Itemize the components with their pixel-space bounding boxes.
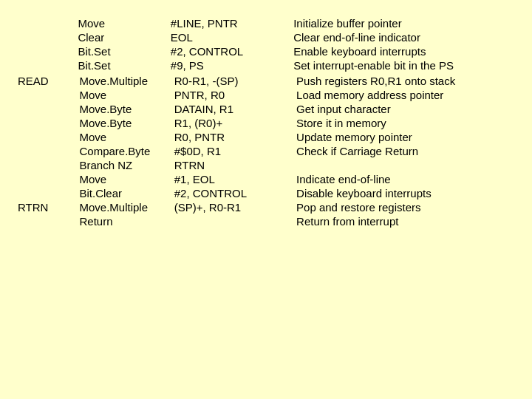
- row-instruction: Compare.Byte: [75, 144, 169, 158]
- row-label: [18, 186, 75, 200]
- table-row: Move.Byte R1, (R0)+ Store it in memory: [18, 116, 514, 130]
- row-comment: Set interrupt-enable bit in the PS: [289, 58, 514, 72]
- row-label: READ: [18, 74, 75, 88]
- row-operand: #9, PS: [166, 58, 289, 72]
- row-instruction: Move: [75, 130, 169, 144]
- row-instruction: Move.Multiple: [75, 200, 169, 214]
- table-row: Move PNTR, R0 Load memory address pointe…: [18, 88, 514, 102]
- row-operand: EOL: [166, 30, 289, 44]
- table-row: Compare.Byte #$0D, R1 Check if Carriage …: [18, 144, 514, 158]
- row-instruction: Move: [75, 172, 169, 186]
- row-comment: Update memory pointer: [292, 130, 514, 144]
- table-row: Branch NZ RTRN: [18, 158, 514, 172]
- table-row: Clear EOL Clear end-of-line indicator: [18, 30, 514, 44]
- table-row: Return Return from interrupt: [18, 214, 514, 228]
- row-operand: DATAIN, R1: [170, 102, 292, 116]
- table-row: Move.Byte DATAIN, R1 Get input character: [18, 102, 514, 116]
- row-instruction: Return: [75, 214, 169, 228]
- row-operand: #1, EOL: [170, 172, 292, 186]
- row-label: [18, 158, 75, 172]
- row-operand: #2, CONTROL: [170, 186, 292, 200]
- row-label: [18, 144, 75, 158]
- row-instruction: Move: [75, 88, 169, 102]
- row-instruction: Move: [73, 16, 166, 30]
- row-label: [18, 44, 73, 58]
- row-comment: Enable keyboard interrupts: [289, 44, 514, 58]
- row-comment: Check if Carriage Return: [292, 144, 514, 158]
- row-operand: #LINE, PNTR: [166, 16, 289, 30]
- row-instruction: Bit.Clear: [75, 186, 169, 200]
- row-label: [18, 116, 75, 130]
- row-label: [18, 102, 75, 116]
- row-label: [18, 88, 75, 102]
- row-label: RTRN: [18, 200, 75, 214]
- main-program-table: Move #LINE, PNTR Initialize buffer point…: [18, 16, 514, 72]
- row-instruction: Branch NZ: [75, 158, 169, 172]
- row-comment: Push registers R0,R1 onto stack: [292, 74, 514, 88]
- row-operand: R0-R1, -(SP): [170, 74, 292, 88]
- row-comment: Get input character: [292, 102, 514, 116]
- row-comment: Disable keyboard interrupts: [292, 186, 514, 200]
- table-row: RTRN Move.Multiple (SP)+, R0-R1 Pop and …: [18, 200, 514, 214]
- row-operand: (SP)+, R0-R1: [170, 200, 292, 214]
- row-label: [18, 130, 75, 144]
- row-comment: Store it in memory: [292, 116, 514, 130]
- row-comment: Initialize buffer pointer: [289, 16, 514, 30]
- row-instruction: Move.Multiple: [75, 74, 169, 88]
- row-instruction: Move.Byte: [75, 116, 169, 130]
- table-row: Bit.Set #2, CONTROL Enable keyboard inte…: [18, 44, 514, 58]
- row-instruction: Clear: [73, 30, 166, 44]
- row-label: [18, 16, 73, 30]
- row-operand: R0, PNTR: [170, 130, 292, 144]
- row-instruction: Bit.Set: [73, 44, 166, 58]
- row-comment: [292, 158, 514, 172]
- table-row: READ Move.Multiple R0-R1, -(SP) Push reg…: [18, 74, 514, 88]
- row-operand: [170, 214, 292, 228]
- row-comment: Pop and restore registers: [292, 200, 514, 214]
- row-label: [18, 214, 75, 228]
- table-row: Move #LINE, PNTR Initialize buffer point…: [18, 16, 514, 30]
- row-operand: PNTR, R0: [170, 88, 292, 102]
- row-comment: Indicate end-of-line: [292, 172, 514, 186]
- row-instruction: Bit.Set: [73, 58, 166, 72]
- row-instruction: Move.Byte: [75, 102, 169, 116]
- row-operand: #$0D, R1: [170, 144, 292, 158]
- table-row: Bit.Set #9, PS Set interrupt-enable bit …: [18, 58, 514, 72]
- table-row: Bit.Clear #2, CONTROL Disable keyboard i…: [18, 186, 514, 200]
- row-operand: R1, (R0)+: [170, 116, 292, 130]
- row-operand: #2, CONTROL: [166, 44, 289, 58]
- row-label: [18, 58, 73, 72]
- row-label: [18, 30, 73, 44]
- row-comment: Load memory address pointer: [292, 88, 514, 102]
- row-operand: RTRN: [170, 158, 292, 172]
- row-comment: Clear end-of-line indicator: [289, 30, 514, 44]
- table-row: Move R0, PNTR Update memory pointer: [18, 130, 514, 144]
- row-comment: Return from interrupt: [292, 214, 514, 228]
- isr-table: READ Move.Multiple R0-R1, -(SP) Push reg…: [18, 74, 514, 228]
- row-label: [18, 172, 75, 186]
- table-row: Move #1, EOL Indicate end-of-line: [18, 172, 514, 186]
